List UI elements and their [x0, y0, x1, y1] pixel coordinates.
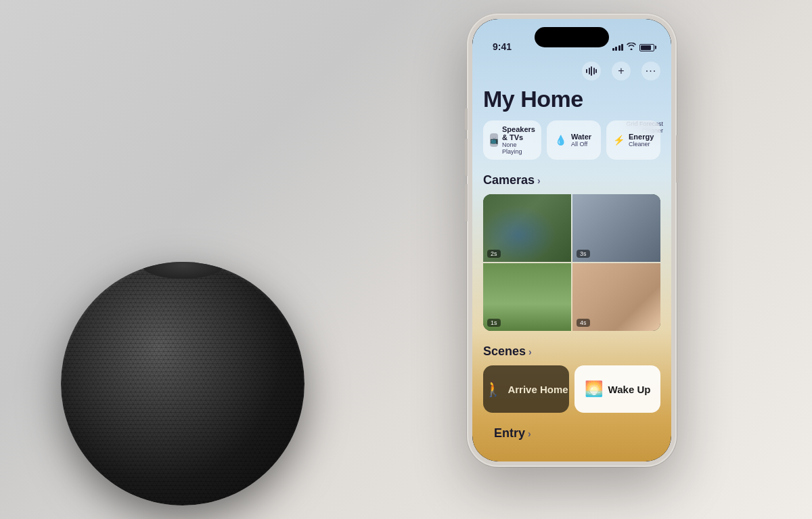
status-icons [612, 43, 655, 52]
silent-button [465, 108, 468, 130]
scenes-section: Scenes › 🚶 Arrive Home 🌅 Wake Up [472, 342, 671, 413]
water-pill[interactable]: 💧 Water All Off [547, 120, 601, 160]
camera-timer-1: 2s [487, 250, 501, 258]
speakers-pill[interactable]: 📺 Speakers & TVs None Playing [483, 120, 541, 160]
camera-timer-4: 4s [577, 319, 590, 327]
energy-text: Energy Cleaner [629, 133, 654, 148]
energy-pill[interactable]: ⚡ Energy Cleaner [606, 120, 660, 160]
more-button[interactable]: ··· [641, 62, 660, 81]
dynamic-island [535, 27, 609, 47]
wave-bar-1 [586, 69, 587, 73]
home-content[interactable]: + ··· Grid Forecast Cleaner My Home [472, 56, 671, 461]
iphone: 9:41 [467, 14, 677, 467]
iphone-inner: 9:41 [472, 19, 671, 461]
energy-sublabel: Cleaner [629, 141, 654, 148]
energy-icon: ⚡ [613, 133, 625, 147]
camera-grid: 2s 3s 1s 4s [483, 194, 660, 331]
category-pills: 📺 Speakers & TVs None Playing 💧 Water Al… [472, 120, 671, 171]
scenes-label: Scenes [483, 344, 526, 359]
entry-chevron: › [528, 428, 531, 439]
plus-icon: + [618, 65, 624, 77]
arrive-label: Arrive Home [508, 384, 568, 395]
scenes-row: 🚶 Arrive Home 🌅 Wake Up [472, 365, 671, 413]
wifi-icon [627, 43, 636, 52]
signal-bar-2 [615, 47, 617, 51]
water-label: Water [571, 133, 591, 141]
cameras-header[interactable]: Cameras › [472, 171, 671, 194]
volume-up-button [465, 139, 468, 176]
arrive-home-button[interactable]: 🚶 Arrive Home [483, 365, 569, 413]
camera-timer-2: 3s [577, 250, 590, 258]
entry-label: Entry [494, 426, 525, 441]
camera-timer-3: 1s [487, 319, 501, 327]
homepod [41, 221, 325, 505]
homepod-body [61, 262, 304, 505]
wave-bar-2 [589, 68, 590, 74]
status-time: 9:41 [493, 41, 512, 52]
iphone-wrapper: 9:41 [467, 14, 677, 467]
add-button[interactable]: + [612, 62, 631, 81]
iphone-screen: 9:41 [472, 19, 671, 461]
camera-cell-3[interactable]: 1s [483, 263, 571, 331]
tv-icon: 📺 [490, 133, 498, 147]
wave-bar-4 [593, 68, 595, 74]
entry-header[interactable]: Entry › [483, 424, 660, 447]
camera-cell-4[interactable]: 4s [572, 263, 660, 331]
wave-bar-5 [595, 69, 597, 73]
speakers-sublabel: None Playing [502, 141, 535, 155]
cameras-chevron: › [537, 175, 541, 186]
waveform-icon [586, 66, 597, 76]
entry-section[interactable]: Entry › [472, 413, 671, 450]
water-icon: 💧 [554, 133, 567, 147]
power-button [676, 135, 679, 183]
wake-label: Wake Up [608, 384, 651, 395]
waveform-button[interactable] [582, 62, 601, 81]
camera-cell-2[interactable]: 3s [572, 194, 660, 262]
signal-bar-4 [621, 44, 623, 51]
home-title: My Home [472, 83, 671, 120]
homepod-mesh [61, 262, 304, 505]
speakers-text: Speakers & TVs None Playing [502, 125, 535, 155]
battery-icon [639, 44, 654, 51]
arrive-icon: 🚶 [484, 380, 502, 398]
water-text: Water All Off [571, 133, 591, 148]
wake-up-button[interactable]: 🌅 Wake Up [574, 365, 660, 413]
action-bar: + ··· [472, 56, 671, 83]
signal-bar-1 [612, 48, 614, 51]
water-sublabel: All Off [571, 141, 591, 148]
volume-down-button [465, 184, 468, 221]
signal-bars [612, 44, 624, 51]
scenes-header[interactable]: Scenes › [472, 342, 671, 365]
battery-fill [641, 45, 651, 50]
signal-bar-3 [618, 45, 621, 51]
ellipsis-icon: ··· [646, 65, 656, 77]
wave-bar-3 [591, 66, 592, 76]
speakers-label: Speakers & TVs [502, 125, 535, 141]
energy-label: Energy [629, 133, 654, 141]
camera-cell-1[interactable]: 2s [483, 194, 571, 262]
scenes-chevron: › [528, 346, 532, 357]
cameras-label: Cameras [483, 173, 535, 187]
wake-icon: 🌅 [585, 380, 603, 398]
